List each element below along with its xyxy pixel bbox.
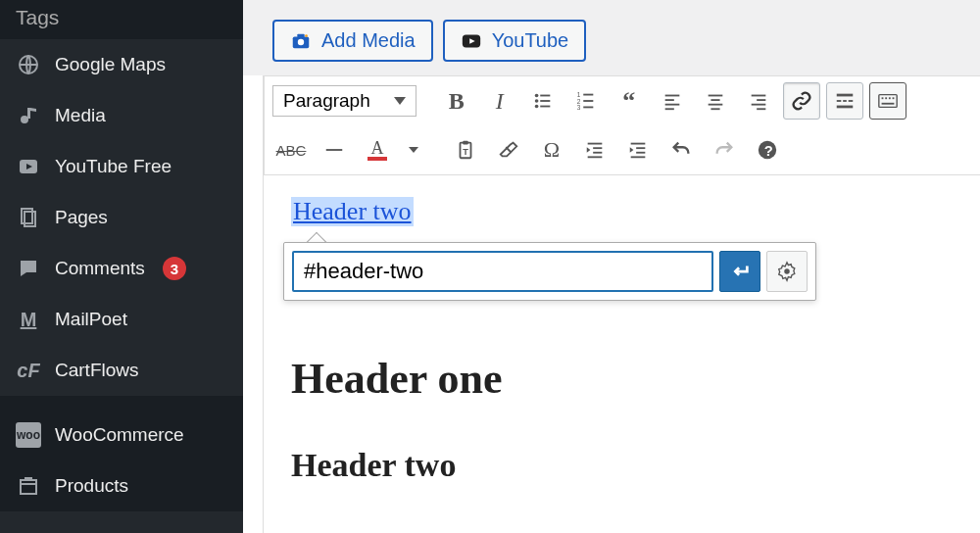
link-apply-button[interactable] (719, 251, 760, 292)
link-edit-popup (283, 242, 816, 301)
svg-rect-53 (593, 152, 602, 154)
svg-rect-17 (540, 106, 550, 108)
enter-icon (729, 261, 751, 282)
svg-rect-40 (836, 106, 853, 109)
sidebar-item-label: Pages (55, 207, 108, 228)
horizontal-rule-button[interactable] (316, 131, 353, 169)
text-color-button[interactable]: A (359, 131, 396, 169)
link-url-input[interactable] (292, 251, 713, 292)
chevron-down-icon (409, 147, 418, 153)
editor-content-area[interactable]: Header two Header one Header two (264, 175, 980, 533)
strikethrough-button[interactable]: ABC (272, 131, 310, 169)
align-center-button[interactable] (697, 82, 734, 120)
sidebar-divider (0, 396, 243, 410)
sidebar-item-media[interactable]: Media (0, 90, 243, 141)
redo-button[interactable] (706, 131, 743, 169)
editor-toolbar: Paragraph B I 123 “ (264, 75, 980, 175)
svg-rect-25 (664, 99, 673, 101)
blockquote-button[interactable]: “ (611, 82, 648, 120)
svg-text:?: ? (764, 143, 773, 159)
numbered-list-icon: 123 (575, 90, 597, 112)
link-options-button[interactable] (766, 251, 808, 292)
media-buttons-row: Add Media YouTube (243, 0, 980, 75)
main-editor-area: Add Media YouTube Paragraph B I 123 “ (243, 0, 980, 533)
link-icon (791, 90, 812, 112)
svg-rect-24 (664, 95, 679, 97)
svg-rect-33 (757, 99, 765, 101)
svg-rect-2 (27, 108, 30, 119)
italic-button[interactable]: I (481, 82, 518, 120)
comment-icon (16, 256, 41, 281)
svg-rect-19 (583, 94, 593, 96)
pages-icon (16, 205, 41, 230)
insert-link-button[interactable] (783, 82, 820, 120)
sidebar-item-products[interactable]: Products (0, 460, 243, 511)
selected-link-text[interactable]: Header two (291, 197, 414, 226)
align-right-button[interactable] (740, 82, 777, 120)
bullet-list-button[interactable] (524, 82, 562, 120)
sidebar-item-label: CartFlows (55, 360, 139, 381)
content-heading-1[interactable]: Header one (291, 354, 953, 404)
svg-rect-55 (631, 143, 646, 145)
outdent-button[interactable] (576, 131, 613, 169)
svg-rect-37 (836, 100, 841, 102)
sidebar-item-label: Comments (55, 258, 145, 279)
clear-formatting-button[interactable] (490, 131, 527, 169)
svg-rect-45 (892, 97, 894, 99)
insert-more-button[interactable] (826, 82, 863, 120)
svg-rect-27 (664, 108, 673, 110)
svg-rect-35 (757, 108, 765, 110)
svg-rect-54 (588, 156, 603, 158)
format-select[interactable]: Paragraph (272, 85, 416, 117)
sidebar-item-youtube-free[interactable]: YouTube Free (0, 141, 243, 192)
undo-icon (670, 139, 692, 161)
read-more-icon (834, 90, 856, 112)
special-char-button[interactable]: Ω (533, 131, 570, 169)
mailpoet-icon: M (16, 307, 41, 332)
svg-rect-46 (881, 103, 894, 105)
sidebar-item-woocommerce[interactable]: woo WooCommerce (0, 410, 243, 460)
sidebar-item-google-maps[interactable]: Google Maps (0, 39, 243, 90)
camera-icon (290, 30, 312, 52)
svg-point-16 (534, 105, 538, 109)
bold-button[interactable]: B (438, 82, 475, 120)
svg-point-12 (534, 94, 538, 98)
keyboard-icon (877, 90, 899, 112)
svg-rect-15 (540, 100, 550, 102)
add-media-label: Add Media (321, 29, 416, 52)
outdent-icon (584, 139, 606, 161)
undo-button[interactable] (662, 131, 700, 169)
youtube-icon (461, 30, 482, 52)
toolbar-toggle-button[interactable] (869, 82, 906, 120)
sidebar-item-label: Media (55, 105, 106, 126)
sidebar-item-pages[interactable]: Pages (0, 192, 243, 243)
sidebar-item-label: MailPoet (55, 309, 127, 330)
numbered-list-button[interactable]: 123 (567, 82, 605, 120)
sidebar-item-label: WooCommerce (55, 424, 184, 446)
sidebar-item-mailpoet[interactable]: M MailPoet (0, 294, 243, 345)
paste-text-button[interactable]: T (447, 131, 484, 169)
text-color-dropdown[interactable] (402, 131, 425, 169)
indent-button[interactable] (619, 131, 657, 169)
sidebar-item-comments[interactable]: Comments 3 (0, 243, 243, 294)
media-icon (16, 103, 41, 128)
sidebar-item-label: YouTube Free (55, 156, 172, 177)
admin-sidebar: Tags Google Maps Media YouTube Free Page… (0, 0, 243, 533)
svg-rect-9 (297, 33, 304, 37)
align-center-icon (705, 90, 726, 112)
youtube-play-icon (16, 154, 41, 179)
content-heading-2[interactable]: Header two (291, 447, 953, 484)
sidebar-item-cartflows[interactable]: cF CartFlows (0, 345, 243, 396)
svg-point-14 (534, 99, 538, 103)
add-media-button[interactable]: Add Media (272, 20, 433, 62)
gear-icon (776, 261, 798, 282)
svg-rect-52 (593, 147, 602, 149)
bullet-list-icon (532, 90, 554, 112)
help-button[interactable]: ? (749, 131, 786, 169)
youtube-button[interactable]: YouTube (443, 20, 587, 62)
svg-rect-49 (463, 141, 468, 145)
format-select-label: Paragraph (283, 90, 370, 112)
align-left-button[interactable] (654, 82, 691, 120)
cartflows-icon: cF (16, 358, 41, 383)
svg-rect-47 (326, 149, 343, 151)
